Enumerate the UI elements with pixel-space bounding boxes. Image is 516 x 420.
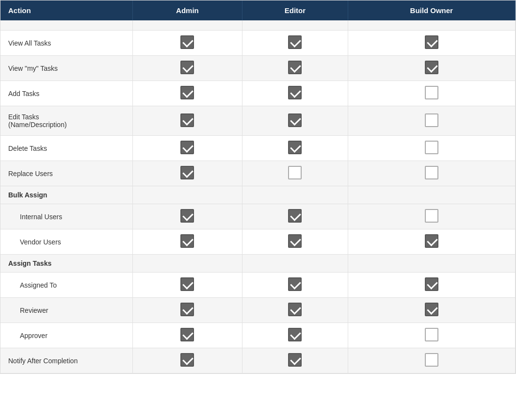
empty-cell	[348, 20, 515, 31]
col-editor-header: Editor	[242, 0, 348, 20]
checkbox-checked	[180, 328, 194, 341]
editor-cell	[242, 106, 348, 136]
checkbox-empty	[425, 328, 438, 341]
empty-cell	[348, 255, 515, 273]
empty-cell	[348, 186, 515, 204]
checkbox-checked	[180, 86, 194, 99]
empty-cell	[132, 20, 242, 31]
checkbox-checked	[180, 353, 194, 367]
buildowner-cell	[348, 81, 515, 106]
table-header-row: Action Admin Editor Build Owner	[0, 0, 516, 20]
empty-cell	[242, 20, 348, 31]
checkbox-checked	[288, 277, 302, 291]
action-cell: Assign Tasks	[0, 255, 132, 273]
checkbox-checked	[288, 113, 302, 127]
col-action-header: Action	[0, 0, 132, 20]
table-row	[0, 20, 516, 31]
empty-cell	[132, 255, 242, 273]
editor-cell	[242, 31, 348, 56]
checkbox-empty	[425, 141, 438, 154]
table-row: Assigned To	[0, 273, 516, 298]
table-row: Replace Users	[0, 161, 516, 186]
checkbox-checked	[288, 61, 302, 74]
permissions-table: Action Admin Editor Build Owner View All…	[0, 0, 516, 374]
checkbox-checked	[180, 113, 194, 127]
action-cell: Add Tasks	[0, 81, 132, 106]
checkbox-checked	[288, 303, 302, 316]
editor-cell	[242, 229, 348, 255]
admin-cell	[132, 298, 242, 323]
action-cell: Replace Users	[0, 161, 132, 186]
checkbox-checked	[180, 303, 194, 316]
checkbox-empty	[425, 113, 438, 127]
admin-cell	[132, 106, 242, 136]
checkbox-empty	[425, 166, 438, 179]
checkbox-checked	[180, 277, 194, 291]
buildowner-cell	[348, 161, 515, 186]
col-admin-header: Admin	[132, 0, 242, 20]
admin-cell	[132, 323, 242, 348]
editor-cell	[242, 323, 348, 348]
table-row: Notify After Completion	[0, 348, 516, 373]
admin-cell	[132, 81, 242, 106]
buildowner-cell	[348, 136, 515, 161]
admin-cell	[132, 273, 242, 298]
checkbox-checked	[288, 328, 302, 341]
editor-cell	[242, 161, 348, 186]
admin-cell	[132, 348, 242, 373]
checkbox-empty	[425, 86, 438, 99]
empty-cell	[132, 186, 242, 204]
checkbox-checked	[180, 61, 194, 74]
buildowner-cell	[348, 298, 515, 323]
editor-cell	[242, 348, 348, 373]
action-cell: View All Tasks	[0, 31, 132, 56]
checkbox-checked	[180, 166, 194, 179]
table-row: Add Tasks	[0, 81, 516, 106]
buildowner-cell	[348, 323, 515, 348]
checkbox-checked	[180, 209, 194, 223]
checkbox-checked	[288, 141, 302, 154]
checkbox-checked	[425, 303, 438, 316]
action-cell: Reviewer	[0, 298, 132, 323]
checkbox-empty	[425, 353, 438, 367]
buildowner-cell	[348, 229, 515, 255]
checkbox-empty	[425, 209, 438, 223]
table-row: Delete Tasks	[0, 136, 516, 161]
action-cell	[0, 20, 132, 31]
table-row: Approver	[0, 323, 516, 348]
table-row: Vendor Users	[0, 229, 516, 255]
buildowner-cell	[348, 348, 515, 373]
buildowner-cell	[348, 31, 515, 56]
editor-cell	[242, 298, 348, 323]
checkbox-checked	[180, 234, 194, 248]
admin-cell	[132, 204, 242, 229]
checkbox-empty	[288, 166, 302, 179]
table-row: Bulk Assign	[0, 186, 516, 204]
action-cell: Approver	[0, 323, 132, 348]
checkbox-checked	[425, 277, 438, 291]
empty-cell	[242, 255, 348, 273]
empty-cell	[242, 186, 348, 204]
checkbox-checked	[288, 209, 302, 223]
buildowner-cell	[348, 204, 515, 229]
editor-cell	[242, 136, 348, 161]
action-cell: Bulk Assign	[0, 186, 132, 204]
admin-cell	[132, 136, 242, 161]
checkbox-checked	[288, 86, 302, 99]
checkbox-checked	[180, 141, 194, 154]
checkbox-checked	[425, 35, 438, 49]
action-cell: Edit Tasks(Name/Description)	[0, 106, 132, 136]
checkbox-checked	[288, 353, 302, 367]
col-buildowner-header: Build Owner	[348, 0, 515, 20]
editor-cell	[242, 56, 348, 81]
buildowner-cell	[348, 273, 515, 298]
table-row: View "my" Tasks	[0, 56, 516, 81]
action-cell: Internal Users	[0, 204, 132, 229]
checkbox-checked	[180, 35, 194, 49]
editor-cell	[242, 204, 348, 229]
action-cell: View "my" Tasks	[0, 56, 132, 81]
table-row: Edit Tasks(Name/Description)	[0, 106, 516, 136]
admin-cell	[132, 229, 242, 255]
action-cell: Delete Tasks	[0, 136, 132, 161]
checkbox-checked	[425, 61, 438, 74]
